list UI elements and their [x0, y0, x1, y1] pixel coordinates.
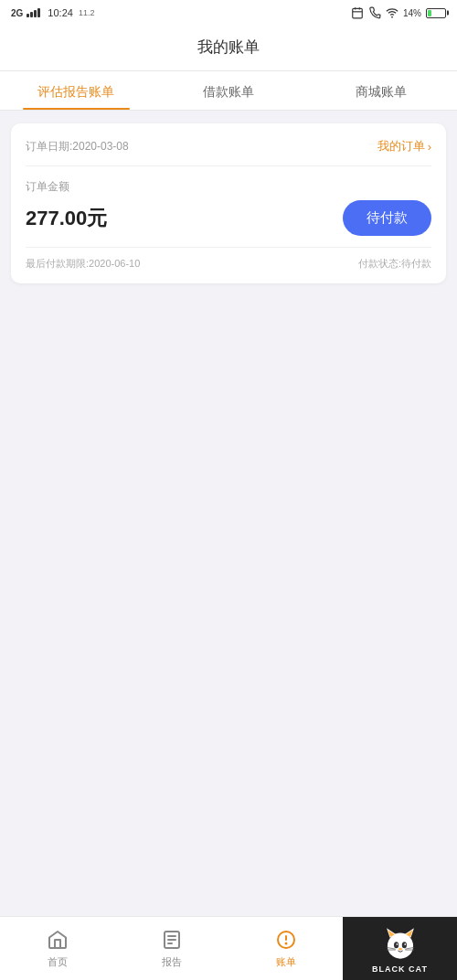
order-date: 订单日期:2020-03-08 — [26, 139, 129, 154]
tab-bar: 评估报告账单 借款账单 商城账单 — [0, 71, 457, 111]
nav-label-report: 报告 — [162, 955, 182, 969]
signal-bars — [27, 8, 40, 17]
phone-icon — [368, 6, 381, 19]
page-title: 我的账单 — [197, 38, 260, 56]
my-order-link[interactable]: 我的订单 › — [377, 138, 431, 154]
tab-loan[interactable]: 借款账单 — [153, 71, 305, 110]
order-card: 订单日期:2020-03-08 我的订单 › 订单金额 277.00元 待付款 … — [11, 123, 446, 283]
pay-button[interactable]: 待付款 — [343, 200, 431, 236]
status-left: 2G 10:24 11.2 — [11, 7, 94, 18]
card-body: 订单金额 277.00元 待付款 — [26, 166, 431, 247]
card-footer: 最后付款期限:2020-06-10 付款状态:待付款 — [26, 247, 431, 271]
nav-label-home: 首页 — [48, 955, 68, 969]
tab-mall[interactable]: 商城账单 — [304, 71, 457, 110]
wifi-icon — [386, 6, 399, 19]
black-cat-logo-icon — [380, 923, 420, 964]
due-date: 最后付款期限:2020-06-10 — [26, 257, 140, 271]
battery-icon — [426, 8, 446, 18]
amount-row: 277.00元 待付款 — [26, 200, 431, 236]
svg-rect-0 — [353, 8, 363, 17]
black-cat-button[interactable]: BLACK CAT — [343, 917, 457, 980]
status-bar: 2G 10:24 11.2 14% — [0, 0, 457, 26]
svg-point-19 — [396, 943, 398, 945]
tab-evaluation[interactable]: 评估报告账单 — [0, 71, 153, 110]
battery-percent: 14% — [403, 8, 421, 18]
chevron-right-icon: › — [428, 140, 431, 154]
amount-label: 订单金额 — [26, 179, 431, 195]
report-icon — [160, 928, 184, 952]
status-right: 14% — [351, 6, 446, 19]
amount-value: 277.00元 — [26, 205, 107, 232]
my-order-label: 我的订单 — [377, 138, 425, 154]
nav-label-bill: 账单 — [276, 955, 296, 969]
time-label: 10:24 — [48, 7, 73, 18]
svg-point-17 — [393, 942, 398, 948]
home-icon — [46, 928, 69, 952]
card-header: 订单日期:2020-03-08 我的订单 › — [26, 138, 431, 166]
main-content: 订单日期:2020-03-08 我的订单 › 订单金额 277.00元 待付款 … — [0, 111, 457, 296]
svg-point-21 — [399, 948, 402, 951]
black-cat-label: BLACK CAT — [372, 964, 428, 974]
svg-point-20 — [404, 943, 406, 945]
bill-icon — [274, 928, 298, 952]
pay-status: 付款状态:待付款 — [358, 257, 431, 271]
page-header: 我的账单 — [0, 26, 457, 71]
extra-status: 11.2 — [79, 8, 95, 17]
nav-item-report[interactable]: 报告 — [114, 917, 228, 980]
nav-item-home[interactable]: 首页 — [0, 917, 114, 980]
bottom-nav: 首页 报告 账单 — [0, 916, 457, 980]
calendar-icon — [351, 6, 364, 19]
signal-label: 2G — [11, 8, 23, 18]
nav-item-bill[interactable]: 账单 — [228, 917, 343, 980]
svg-point-18 — [401, 942, 406, 948]
